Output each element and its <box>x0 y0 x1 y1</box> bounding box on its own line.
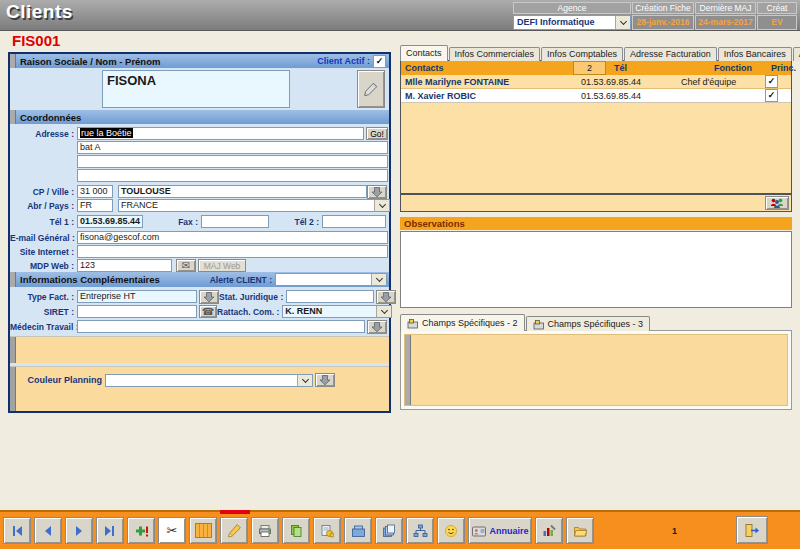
tab-champs-specifiques-3[interactable]: Champs Spécifiques - 3 <box>526 316 651 331</box>
agence-select[interactable]: DEFI Informatique <box>513 15 631 30</box>
add-record-button[interactable] <box>127 517 155 544</box>
edit-mode-indicator <box>220 510 250 514</box>
observations-header: Observations <box>400 217 792 230</box>
abr-input[interactable]: FR <box>77 199 113 212</box>
archive-button[interactable] <box>344 517 372 544</box>
col-contacts: Contacts <box>401 61 573 75</box>
raison-sociale-body: FISONA <box>10 68 389 110</box>
medecin-lookup-button[interactable] <box>367 320 387 334</box>
tab-infos-comptables[interactable]: Infos Comptables <box>541 47 623 61</box>
ville-lookup-button[interactable] <box>367 185 387 199</box>
rattach-com-select[interactable]: K. RENN <box>282 305 392 318</box>
edit-name-button[interactable] <box>357 70 385 108</box>
fax-input[interactable] <box>201 215 269 228</box>
alerte-client-select[interactable] <box>275 273 387 286</box>
client-actif-label: Client Actif : <box>317 56 370 66</box>
type-fact-label: Type Fact. : <box>10 292 77 302</box>
adresse-line4-input[interactable] <box>77 169 388 182</box>
champs-specifiques-panel <box>400 330 792 410</box>
send-mdp-button[interactable]: ✉ <box>176 259 196 272</box>
stats-button[interactable] <box>535 517 563 544</box>
couleur-lookup-button[interactable] <box>315 373 335 387</box>
panel-grip <box>10 367 16 411</box>
tab-contacts[interactable]: Contacts <box>400 45 448 61</box>
tel1-label: Tél 1 : <box>10 217 77 227</box>
first-record-button[interactable] <box>3 517 31 544</box>
maj-web-button[interactable]: MAJ Web <box>198 259 246 272</box>
medecin-travail-label: Médecin Travail : <box>10 322 77 332</box>
last-record-button[interactable] <box>96 517 124 544</box>
last-record-icon <box>103 524 117 538</box>
chevron-down-icon <box>375 275 382 282</box>
exit-button[interactable] <box>736 516 768 544</box>
next-record-button[interactable] <box>65 517 93 544</box>
pays-dropdown-button[interactable] <box>374 200 389 211</box>
tel2-input[interactable] <box>322 215 386 228</box>
stat-juridique-label: Stat. Juridique : <box>219 292 286 302</box>
siret-check-button[interactable]: ☎ <box>199 305 217 318</box>
adresse-line1-input[interactable]: rue la Boétie <box>77 127 364 140</box>
fax-label: Fax : <box>143 217 201 227</box>
org-chart-button[interactable] <box>406 517 434 544</box>
email-input[interactable]: fisona@gescof.com <box>77 231 388 244</box>
exit-door-icon <box>744 523 760 538</box>
alerte-dropdown-button[interactable] <box>371 274 386 285</box>
adresse-line3-input[interactable] <box>77 155 388 168</box>
contact-row[interactable]: M. Xavier ROBIC 01.53.69.85.44 ✓ <box>401 89 791 103</box>
medecin-travail-input[interactable] <box>77 320 365 333</box>
section-grip <box>10 110 16 124</box>
contact-row[interactable]: Mlle Marilyne FONTAINE 01.53.69.85.44 Ch… <box>401 75 791 89</box>
stat-juridique-lookup-button[interactable] <box>376 290 396 304</box>
check-icon: ✓ <box>768 91 776 100</box>
siret-input[interactable] <box>77 305 197 318</box>
previous-record-button[interactable] <box>34 517 62 544</box>
printer-icon <box>258 524 272 538</box>
form-icon <box>533 319 545 330</box>
princ-checkbox[interactable]: ✓ <box>765 89 778 102</box>
site-internet-input[interactable] <box>77 245 388 258</box>
raison-sociale-input[interactable]: FISONA <box>102 70 290 108</box>
chevron-down-icon <box>301 375 308 382</box>
smiley-button[interactable] <box>437 517 465 544</box>
tab-infos-commerciales[interactable]: Infos Commerciales <box>449 47 541 61</box>
duplicate-button[interactable] <box>375 517 403 544</box>
client-actif-checkbox[interactable]: ✓ <box>373 55 386 68</box>
tel1-input[interactable]: 01.53.69.85.44 <box>77 215 143 228</box>
delete-record-button[interactable]: ✂ <box>158 517 186 544</box>
stat-juridique-input[interactable] <box>286 290 374 303</box>
phone-icon: ☎ <box>202 307 214 317</box>
list-view-button[interactable] <box>189 517 217 544</box>
copy-button[interactable] <box>282 517 310 544</box>
agence-dropdown-button[interactable] <box>615 16 630 29</box>
tab-infos-bancaires[interactable]: Infos Bancaires <box>718 47 792 61</box>
mdp-web-input[interactable]: 123 <box>77 259 172 272</box>
cp-input[interactable]: 31 000 <box>77 185 113 198</box>
observations-textarea[interactable] <box>400 231 792 308</box>
adresse-label: Adresse : <box>10 129 77 139</box>
open-folder-button[interactable] <box>566 517 594 544</box>
princ-checkbox[interactable]: ✓ <box>765 75 778 88</box>
pays-select[interactable]: FRANCE <box>118 199 390 212</box>
tab-autres-infos[interactable]: Autres infos <box>793 47 800 61</box>
type-fact-input[interactable]: Entreprise HT <box>77 290 197 303</box>
manage-contacts-button[interactable] <box>765 196 789 210</box>
detail-tabbar: Contacts Infos Commerciales Infos Compta… <box>400 46 792 61</box>
go-button[interactable]: Go! <box>366 127 388 140</box>
annuaire-button[interactable]: Annuaire <box>468 517 532 544</box>
chevron-down-icon <box>378 201 385 208</box>
arrow-down-icon <box>203 291 215 303</box>
couleur-planning-select[interactable] <box>105 374 313 387</box>
type-fact-lookup-button[interactable] <box>199 290 219 304</box>
print-button[interactable] <box>251 517 279 544</box>
rattach-dropdown-button[interactable] <box>376 306 391 317</box>
tab-champs-specifiques-2[interactable]: Champs Spécifiques - 2 <box>400 314 525 331</box>
annuaire-icon <box>471 524 487 537</box>
edit-button[interactable] <box>220 517 248 544</box>
billing-button[interactable] <box>313 517 341 544</box>
ville-input[interactable]: TOULOUSE <box>118 185 367 198</box>
adresse-line2-input[interactable]: bat A <box>77 141 388 154</box>
tab-adresse-facturation[interactable]: Adresse Facturation <box>624 47 717 61</box>
couleur-dropdown-button[interactable] <box>297 375 312 386</box>
folder-open-icon <box>573 524 588 538</box>
scissors-icon: ✂ <box>167 524 178 537</box>
